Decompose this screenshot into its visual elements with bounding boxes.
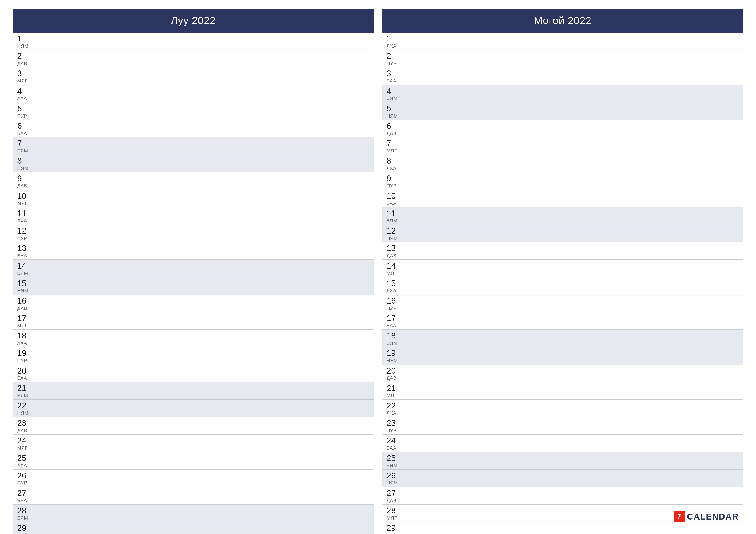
day-number-col: 16 ДАВ [13, 295, 35, 312]
day-number-col: 10 БАА [382, 190, 404, 207]
left-day-row: 13 БАА [13, 242, 374, 260]
day-name: БЯМ [387, 341, 397, 346]
day-number: 15 [17, 279, 26, 288]
day-content [35, 417, 374, 434]
day-number-col: 18 ЛХА [13, 330, 35, 347]
day-number: 26 [17, 471, 26, 480]
day-name: ПУР [387, 428, 396, 433]
day-number: 27 [17, 489, 26, 498]
day-content [35, 277, 374, 294]
day-content [35, 522, 374, 534]
day-number: 17 [17, 314, 26, 323]
right-day-row: 13 ДАВ [382, 242, 743, 260]
day-number: 18 [387, 331, 396, 341]
day-number-col: 15 НЯМ [13, 277, 35, 294]
left-days-container: 1 НЯМ 2 ДАВ 3 МЯГ 4 ЛХА 5 [13, 33, 374, 534]
day-number-col: 9 ДАВ [13, 172, 35, 190]
day-name: МЯГ [17, 200, 28, 206]
day-number-col: 14 МЯГ [382, 260, 404, 277]
day-content [404, 400, 743, 417]
day-content [404, 435, 743, 452]
left-day-row: 1 НЯМ [13, 33, 374, 50]
day-name: БАА [17, 131, 27, 136]
day-number-col: 17 БАА [382, 312, 404, 329]
day-content [404, 242, 743, 260]
day-content [404, 487, 743, 504]
day-number: 20 [17, 367, 26, 375]
day-number-col: 19 НЯМ [382, 347, 404, 364]
left-day-row: 2 ДАВ [13, 50, 374, 67]
left-day-row: 20 БАА [13, 365, 374, 382]
day-content [404, 172, 743, 190]
day-number-col: 5 ПУР [13, 103, 35, 120]
left-day-row: 22 НЯМ [13, 400, 374, 417]
day-content [404, 225, 743, 242]
day-name: ЛХА [387, 288, 396, 293]
day-number: 22 [387, 401, 396, 410]
day-number: 11 [387, 209, 396, 218]
day-number: 9 [387, 174, 391, 183]
day-number-col: 9 ПУР [382, 172, 404, 190]
right-day-row: 16 ПУР [382, 295, 743, 312]
day-name: ДАВ [17, 61, 27, 66]
day-number-col: 6 ДАВ [382, 120, 404, 137]
day-content [35, 260, 374, 277]
right-day-row: 24 БАА [382, 435, 743, 452]
left-day-row: 29 НЯМ [13, 522, 374, 534]
day-name: НЯМ [17, 410, 28, 416]
day-content [404, 67, 743, 85]
left-calendar: Луу 2022 1 НЯМ 2 ДАВ 3 МЯГ 4 ЛХА [13, 9, 374, 534]
day-name: БАА [17, 375, 27, 381]
day-number-col: 29 НЯМ [13, 522, 35, 534]
day-number: 28 [17, 506, 26, 515]
day-number: 19 [387, 349, 396, 358]
day-number-col: 16 ПУР [382, 295, 404, 312]
day-content [35, 50, 374, 67]
day-number: 20 [387, 367, 396, 375]
day-number: 28 [387, 506, 396, 515]
left-day-row: 16 ДАВ [13, 295, 374, 312]
day-number: 3 [387, 69, 391, 78]
day-name: МЯГ [17, 445, 28, 451]
day-number: 25 [387, 454, 396, 463]
day-content [404, 277, 743, 294]
day-number-col: 18 БЯМ [382, 330, 404, 347]
day-content [35, 470, 374, 487]
day-number-col: 22 ЛХА [382, 400, 404, 417]
day-number-col: 25 БЯМ [382, 452, 404, 470]
day-number-col: 29 ЛХА [382, 522, 404, 534]
day-content [35, 67, 374, 85]
day-number-col: 25 ЛХА [13, 452, 35, 470]
day-number-col: 10 МЯГ [13, 190, 35, 207]
day-content [404, 452, 743, 470]
day-content [404, 50, 743, 67]
day-content [35, 33, 374, 50]
day-name: МЯГ [17, 78, 28, 84]
left-day-row: 19 ПУР [13, 347, 374, 365]
day-content [35, 242, 374, 260]
day-name: МЯГ [17, 323, 28, 329]
day-content [404, 207, 743, 225]
day-name: НЯМ [17, 533, 28, 534]
day-name: НЯМ [387, 113, 398, 119]
day-content [35, 120, 374, 137]
day-number: 1 [387, 34, 391, 43]
day-number-col: 5 НЯМ [382, 103, 404, 120]
day-number-col: 3 МЯГ [13, 67, 35, 85]
day-number: 24 [387, 436, 396, 445]
right-day-row: 12 НЯМ [382, 225, 743, 242]
day-content [35, 452, 374, 470]
right-day-row: 21 МЯГ [382, 382, 743, 400]
day-content [35, 487, 374, 504]
left-day-row: 28 БЯМ [13, 504, 374, 522]
day-name: ЛХА [387, 43, 396, 49]
day-number-col: 1 ЛХА [382, 33, 404, 50]
day-number-col: 21 БЯМ [13, 382, 35, 399]
day-content [35, 190, 374, 207]
day-number: 11 [17, 209, 26, 218]
day-name: БЯМ [17, 148, 28, 154]
day-content [35, 85, 374, 102]
day-number: 1 [17, 34, 22, 43]
day-name: ДАВ [17, 306, 27, 311]
day-number: 17 [387, 314, 396, 323]
